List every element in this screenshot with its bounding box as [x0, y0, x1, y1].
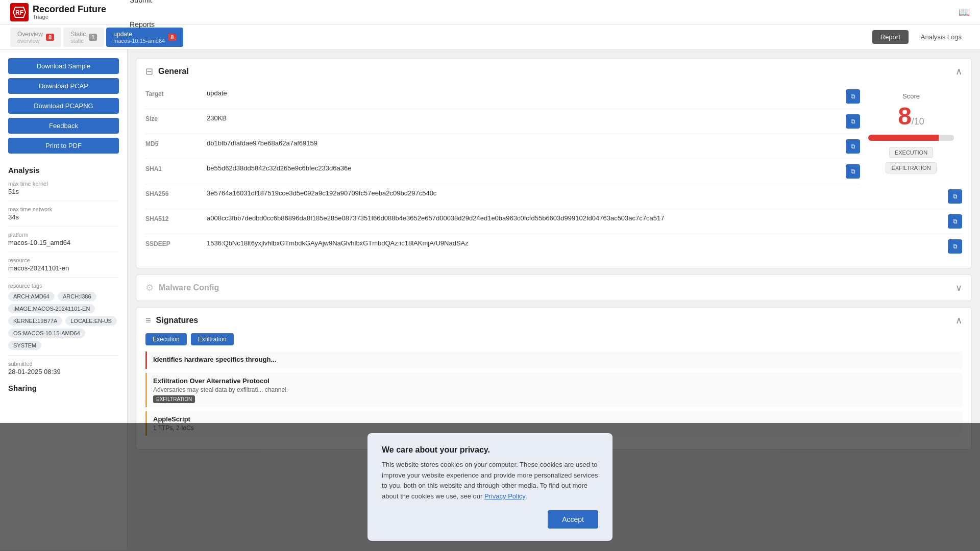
logo-icon: RF — [10, 3, 29, 21]
tab-overview-label: Overview overview — [17, 31, 43, 44]
score-bar — [868, 135, 954, 141]
field-size: Size 230KB ⧉ — [145, 109, 860, 134]
general-body: Score 8/10 EXECUTION EXFILTRATION — [136, 84, 971, 268]
sig-desc-1: Adversaries may steal data by exfiltrati… — [153, 386, 956, 393]
copy-sha256-btn[interactable]: ⧉ — [948, 189, 962, 204]
analysis-title: Analysis — [8, 166, 119, 174]
sig-title-2: AppleScript — [153, 415, 956, 423]
signatures-title: Signatures — [156, 316, 199, 325]
sig-filter-execution[interactable]: Execution — [145, 333, 187, 345]
copy-sha512-btn[interactable]: ⧉ — [948, 214, 962, 229]
print-pdf-button[interactable]: Print to PDF — [8, 138, 119, 154]
general-collapse-icon[interactable]: ∧ — [955, 66, 962, 77]
sig-title-0: Identifies hardware specifics through... — [153, 356, 956, 363]
app-name: Recorded Future — [33, 5, 106, 14]
cookie-box: We care about your privacy. This website… — [368, 433, 612, 541]
score-panel: Score 8/10 EXECUTION EXFILTRATION — [860, 84, 962, 182]
copy-sha1-btn[interactable]: ⧉ — [846, 164, 860, 179]
analysis-section: Analysis max time kernel 51s max time ne… — [8, 166, 119, 375]
main-nav: Submit Reports — [121, 0, 163, 37]
signatures-collapse-icon[interactable]: ∧ — [955, 315, 962, 326]
score-label: Score — [868, 92, 954, 100]
tag-list: ARCH:AMD64 ARCH:I386 IMAGE:MACOS-2024110… — [8, 292, 119, 350]
sig-item-0: Identifies hardware specifics through... — [145, 352, 962, 369]
malware-config-expand-icon[interactable]: ∨ — [955, 282, 962, 293]
cookie-accept-button[interactable]: Accept — [548, 510, 598, 529]
copy-target-btn[interactable]: ⧉ — [846, 89, 860, 104]
score-tag-exfiltration: EXFILTRATION — [886, 162, 936, 173]
header-right: 📖 — [959, 7, 970, 18]
sig-title-1: Exfiltration Over Alternative Protocol — [153, 377, 956, 385]
field-sha1: SHA1 be55d62d38dd5842c32d265e9c6bfec233d… — [145, 159, 860, 184]
analysis-max-time-kernel: max time kernel 51s — [8, 181, 119, 195]
field-ssdeep: SSDEEP 1536:QbNc18lt6yxjlvhlbxGTmbdkGAyA… — [145, 234, 962, 259]
analysis-logs-btn[interactable]: Analysis Logs — [913, 30, 970, 44]
tag-os: OS:MACOS-10.15-AMD64 — [8, 329, 85, 338]
analysis-resource-tags: resource tags ARCH:AMD64 ARCH:I386 IMAGE… — [8, 283, 119, 350]
general-fields: Target update ⧉ Size 230KB ⧉ MD5 db1bfb7… — [145, 84, 962, 259]
score-number: 8 — [898, 103, 912, 130]
feedback-button[interactable]: Feedback — [8, 118, 119, 134]
copy-size-btn[interactable]: ⧉ — [846, 114, 860, 129]
malware-config-section: ⚙ Malware Config ∨ — [136, 274, 972, 301]
general-section: ⊟ General ∧ Score 8/10 EXECUTION — [136, 58, 972, 268]
score-bar-fill — [868, 135, 939, 141]
score-tag-execution: EXECUTION — [889, 147, 933, 158]
sig-badge-1: EXFILTRATION — [153, 395, 195, 403]
analysis-resource: resource macos-20241101-en — [8, 257, 119, 272]
tab-overview[interactable]: Overview overview 8 — [10, 28, 61, 47]
download-sample-button[interactable]: Download Sample — [8, 58, 119, 74]
tab-static-badge: 1 — [89, 34, 97, 41]
analysis-submitted: submitted 28-01-2025 08:39 — [8, 361, 119, 375]
tab-static-label: Static static — [70, 31, 86, 44]
tag-image: IMAGE:MACOS-20241101-EN — [8, 304, 95, 313]
tab-overview-badge: 8 — [46, 34, 54, 41]
signatures-icon: ≡ — [145, 315, 151, 326]
general-title: General — [158, 67, 189, 76]
field-sha512: SHA512 a008cc3fbb7dedbd0cc6b86896da8f185… — [145, 209, 962, 234]
malware-config-header[interactable]: ⚙ Malware Config ∨ — [136, 275, 971, 300]
cookie-text: This website stores cookies on your comp… — [382, 460, 598, 502]
tag-kernel: KERNEL:19B77A — [8, 316, 62, 325]
tag-locale: LOCALE:EN-US — [65, 316, 117, 325]
nav-reports[interactable]: Reports — [121, 12, 163, 37]
svg-text:RF: RF — [15, 9, 23, 16]
malware-config-icon: ⚙ — [145, 282, 154, 293]
tag-system: SYSTEM — [8, 341, 41, 350]
sig-filter-exfiltration[interactable]: Exfiltration — [191, 333, 234, 345]
score-tags: EXECUTION EXFILTRATION — [868, 147, 954, 173]
analysis-max-time-network: max time network 34s — [8, 206, 119, 221]
general-icon: ⊟ — [145, 66, 153, 77]
cookie-banner: We care about your privacy. This website… — [0, 423, 980, 550]
analysis-platform: platform macos-10.15_amd64 — [8, 232, 119, 246]
download-pcap-button[interactable]: Download PCAP — [8, 78, 119, 94]
download-pcapng-button[interactable]: Download PCAPNG — [8, 98, 119, 114]
copy-md5-btn[interactable]: ⧉ — [846, 139, 860, 154]
field-sha256: SHA256 3e5764a16031df187519cce3d5e092a9c… — [145, 184, 962, 209]
report-btn[interactable]: Report — [872, 30, 909, 44]
tab-static[interactable]: Static static 1 — [63, 28, 104, 47]
app-product: Triage — [33, 14, 106, 20]
book-icon[interactable]: 📖 — [959, 7, 970, 18]
tag-arch-i386: ARCH:I386 — [58, 292, 96, 301]
cookie-privacy-link[interactable]: Privacy Policy — [484, 492, 525, 500]
score-total: /10 — [912, 116, 924, 127]
signatures-header[interactable]: ≡ Signatures ∧ — [136, 308, 971, 333]
sig-filter-bar: Execution Exfiltration — [145, 333, 962, 345]
general-section-header[interactable]: ⊟ General ∧ — [136, 59, 971, 84]
cookie-title: We care about your privacy. — [382, 445, 598, 455]
app-header: RF Recorded Future Triage Submit Reports… — [0, 0, 980, 24]
field-md5: MD5 db1bfb7dfafdae97be68a62a7af69159 ⧉ — [145, 134, 860, 159]
copy-ssdeep-btn[interactable]: ⧉ — [948, 239, 962, 254]
malware-config-title: Malware Config — [159, 283, 219, 292]
sharing-title: Sharing — [8, 384, 119, 392]
field-target: Target update ⧉ — [145, 84, 860, 109]
sig-item-1: Exfiltration Over Alternative Protocol A… — [145, 373, 962, 407]
tab-actions: Report Analysis Logs — [872, 30, 970, 44]
tab-update-badge: 8 — [168, 34, 176, 41]
logo: RF Recorded Future Triage — [10, 3, 106, 21]
nav-submit[interactable]: Submit — [121, 0, 163, 12]
tag-arch-amd64: ARCH:AMD64 — [8, 292, 55, 301]
